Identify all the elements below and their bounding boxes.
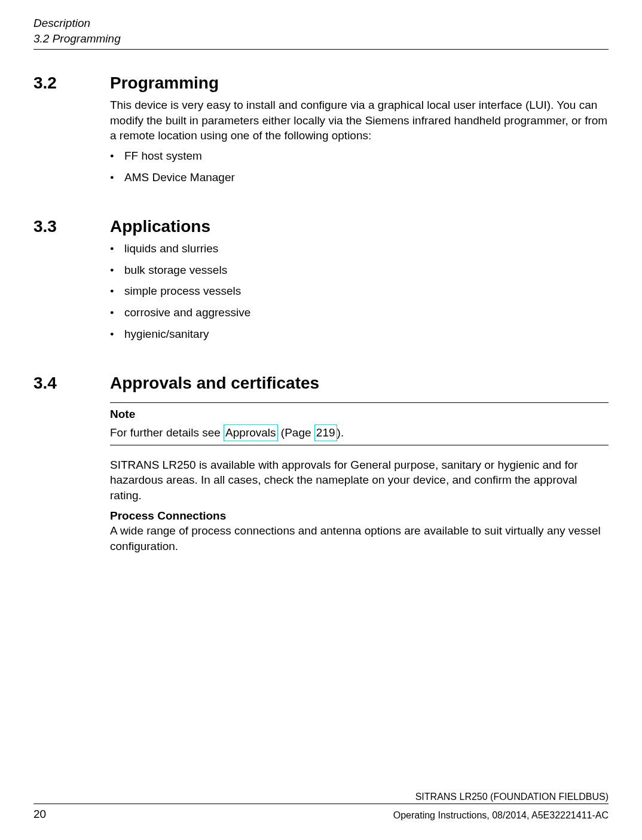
section-heading-3-2: 3.2 Programming bbox=[33, 74, 609, 93]
list-item: bulk storage vessels bbox=[110, 262, 609, 278]
note-text: For further details see Approvals (Page … bbox=[110, 424, 609, 441]
intro-paragraph: This device is very easy to install and … bbox=[110, 97, 609, 143]
note-label: Note bbox=[110, 407, 609, 422]
section-number: 3.4 bbox=[33, 374, 110, 393]
note-prefix: For further details see bbox=[110, 426, 224, 439]
section-title: Applications bbox=[110, 217, 210, 236]
list-item: corrosive and aggressive bbox=[110, 305, 609, 320]
section-title: Programming bbox=[110, 74, 219, 93]
section-heading-3-3: 3.3 Applications bbox=[33, 217, 609, 236]
note-rule-top bbox=[110, 402, 609, 403]
list-item: AMS Device Manager bbox=[110, 170, 609, 185]
body-paragraph: SITRANS LR250 is available with approval… bbox=[110, 457, 609, 503]
note-mid: (Page bbox=[278, 426, 314, 439]
note-suffix: ). bbox=[337, 426, 344, 439]
header-section-ref: 3.2 Programming bbox=[33, 32, 609, 45]
bullet-list: liquids and slurries bulk storage vessel… bbox=[110, 241, 609, 341]
list-item: simple process vessels bbox=[110, 283, 609, 299]
section-3-2-content: This device is very easy to install and … bbox=[110, 97, 609, 185]
section-3-4-content: Note For further details see Approvals (… bbox=[110, 402, 609, 554]
page-number: 20 bbox=[33, 808, 46, 821]
header-chapter: Description bbox=[33, 17, 609, 30]
approvals-link[interactable]: Approvals bbox=[224, 424, 278, 441]
body-paragraph: A wide range of process connections and … bbox=[110, 523, 609, 554]
page-link[interactable]: 219 bbox=[314, 424, 337, 441]
list-item: hygienic/sanitary bbox=[110, 326, 609, 342]
footer-docinfo: Operating Instructions, 08/2014, A5E3222… bbox=[393, 810, 609, 821]
note-box: Note For further details see Approvals (… bbox=[110, 402, 609, 445]
page-footer: SITRANS LR250 (FOUNDATION FIELDBUS) 20 O… bbox=[33, 792, 609, 821]
section-3-3-content: liquids and slurries bulk storage vessel… bbox=[110, 241, 609, 341]
footer-rule bbox=[33, 804, 609, 804]
header-rule bbox=[33, 49, 609, 50]
section-number: 3.3 bbox=[33, 217, 110, 236]
subheading-process-connections: Process Connections bbox=[110, 508, 609, 524]
note-rule-bottom bbox=[110, 445, 609, 445]
list-item: liquids and slurries bbox=[110, 241, 609, 256]
list-item: FF host system bbox=[110, 148, 609, 164]
section-number: 3.2 bbox=[33, 74, 110, 93]
bullet-list: FF host system AMS Device Manager bbox=[110, 148, 609, 185]
section-heading-3-4: 3.4 Approvals and certificates bbox=[33, 374, 609, 393]
footer-product: SITRANS LR250 (FOUNDATION FIELDBUS) bbox=[33, 792, 609, 802]
section-title: Approvals and certificates bbox=[110, 374, 319, 393]
